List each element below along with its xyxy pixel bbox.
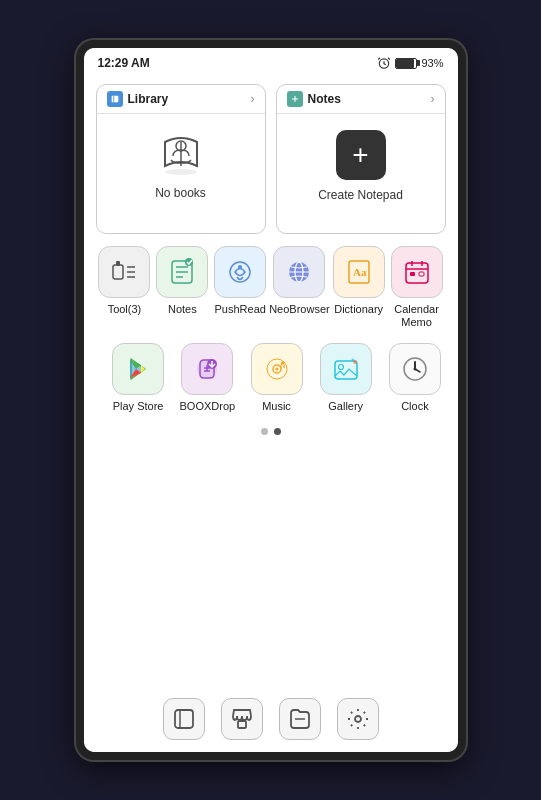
page-dot-1 — [261, 428, 268, 435]
library-icon — [107, 91, 123, 107]
app-icon-music — [251, 343, 303, 395]
svg-rect-23 — [410, 272, 415, 276]
app-item-booxdrop[interactable]: BOOXDrop — [177, 343, 238, 413]
dock-files-button[interactable] — [279, 698, 321, 740]
dock-files-icon — [288, 707, 312, 731]
library-widget-title: Library — [107, 91, 169, 107]
app-icon-neobrowser — [273, 246, 325, 298]
notes-title: Notes — [308, 92, 341, 106]
app-icon-clock — [389, 343, 441, 395]
app-label-calendarmemo: Calendar Memo — [388, 303, 446, 329]
device: 12:29 AM 93% — [76, 40, 466, 760]
app-icon-booxdrop — [181, 343, 233, 395]
library-title: Library — [128, 92, 169, 106]
app-label-booxdrop: BOOXDrop — [179, 400, 235, 413]
page-dots — [96, 428, 446, 435]
app-section: Tool(3) — [96, 246, 446, 414]
create-notepad-button[interactable]: + — [336, 130, 386, 180]
dock-library-button[interactable] — [163, 698, 205, 740]
dock-store-button[interactable] — [221, 698, 263, 740]
svg-rect-48 — [238, 721, 246, 728]
app-icon-tool3 — [98, 246, 150, 298]
svg-point-39 — [338, 365, 343, 370]
svg-point-45 — [413, 368, 416, 371]
svg-point-50 — [355, 716, 361, 722]
app-item-neobrowser[interactable]: NeoBrowser — [269, 246, 330, 316]
svg-rect-24 — [419, 272, 424, 276]
app-icon-dictionary: Aa — [333, 246, 385, 298]
notes-icon — [287, 91, 303, 107]
library-no-books: No books — [155, 186, 206, 200]
main-content: Library › — [84, 74, 458, 690]
library-widget-body: No books — [97, 114, 265, 216]
app-label-gallery: Gallery — [328, 400, 363, 413]
notes-widget-body: + Create Notepad — [277, 114, 445, 218]
app-item-pushread[interactable]: PushRead — [211, 246, 269, 316]
create-notepad-label: Create Notepad — [318, 188, 403, 202]
dock-store-icon — [230, 707, 254, 731]
screen: 12:29 AM 93% — [84, 48, 458, 752]
svg-point-3 — [165, 169, 197, 175]
battery-icon — [395, 58, 417, 69]
page-dot-2 — [274, 428, 281, 435]
notes-widget[interactable]: Notes › + Create Notepad — [276, 84, 446, 234]
app-item-calendarmemo[interactable]: Calendar Memo — [388, 246, 446, 329]
svg-rect-5 — [113, 265, 123, 279]
app-item-tool3[interactable]: Tool(3) — [96, 246, 154, 316]
svg-rect-6 — [116, 261, 120, 266]
app-icon-pushread — [214, 246, 266, 298]
status-right: 93% — [377, 56, 443, 70]
no-books-icon — [155, 130, 207, 178]
app-label-pushread: PushRead — [215, 303, 266, 316]
battery-percent: 93% — [421, 57, 443, 69]
svg-point-41 — [351, 359, 354, 362]
app-row-2: Play Store — [96, 343, 446, 413]
library-chevron: › — [251, 92, 255, 106]
app-icon-notes — [156, 246, 208, 298]
app-label-clock: Clock — [401, 400, 429, 413]
app-item-dictionary[interactable]: Aa Dictionary — [330, 246, 388, 316]
app-label-tool3: Tool(3) — [108, 303, 142, 316]
app-label-music: Music — [262, 400, 291, 413]
bottom-dock — [84, 690, 458, 752]
app-row-1: Tool(3) — [96, 246, 446, 329]
app-item-gallery[interactable]: Gallery — [315, 343, 376, 413]
app-icon-gallery — [320, 343, 372, 395]
alarm-icon — [377, 56, 391, 70]
app-item-clock[interactable]: Clock — [384, 343, 445, 413]
app-label-neobrowser: NeoBrowser — [269, 303, 330, 316]
svg-rect-1 — [111, 96, 118, 103]
app-item-music[interactable]: Music — [246, 343, 307, 413]
app-label-dictionary: Dictionary — [334, 303, 383, 316]
notes-widget-title: Notes — [287, 91, 341, 107]
widget-row: Library › — [96, 84, 446, 234]
app-item-notes[interactable]: Notes — [153, 246, 211, 316]
dock-settings-icon — [346, 707, 370, 731]
svg-rect-46 — [175, 710, 193, 728]
svg-point-13 — [238, 265, 242, 269]
dock-library-icon — [172, 707, 196, 731]
app-icon-playstore — [112, 343, 164, 395]
library-widget-header: Library › — [97, 85, 265, 114]
svg-text:Aa: Aa — [353, 266, 367, 278]
app-item-playstore[interactable]: Play Store — [108, 343, 169, 413]
svg-rect-19 — [406, 263, 428, 283]
library-widget[interactable]: Library › — [96, 84, 266, 234]
status-bar: 12:29 AM 93% — [84, 48, 458, 74]
notes-chevron: › — [431, 92, 435, 106]
dock-settings-button[interactable] — [337, 698, 379, 740]
notes-widget-header: Notes › — [277, 85, 445, 114]
time: 12:29 AM — [98, 56, 150, 70]
svg-marker-29 — [141, 365, 145, 373]
app-icon-calendarmemo — [391, 246, 443, 298]
app-label-playstore: Play Store — [113, 400, 164, 413]
svg-rect-38 — [335, 361, 357, 379]
app-label-notes: Notes — [168, 303, 197, 316]
svg-point-35 — [275, 368, 278, 371]
